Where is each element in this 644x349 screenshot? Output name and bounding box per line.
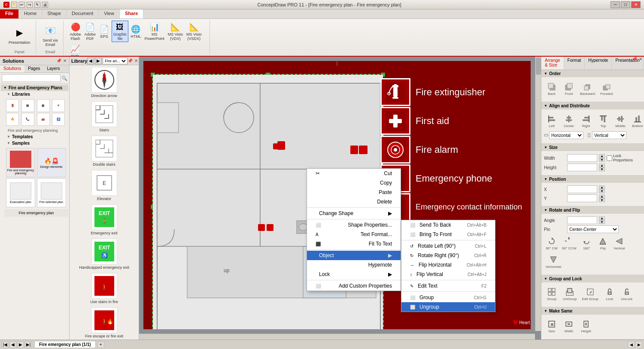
forward-button[interactable]: Forward [598, 80, 614, 97]
lib-sym-emergency-exit[interactable]: EXIT 🚶 Emergency exit [71, 204, 137, 235]
page-next-button[interactable]: ▶ [17, 341, 24, 348]
tab-share[interactable]: Share [120, 9, 144, 18]
page-tab-1[interactable]: Fire emergency plan (1/1) [34, 341, 96, 348]
ms-visio-vsdx-button[interactable]: 📐 MS Visio(VSDX) [185, 21, 203, 42]
angle-spinner[interactable]: ▲ ▼ [599, 216, 605, 224]
lib-item-8[interactable]: ♿ [52, 113, 65, 126]
ctx-text-format[interactable]: A Text Format... [307, 230, 401, 239]
library-back-button[interactable]: ◀ [87, 58, 94, 64]
lib-item-7[interactable]: 🚒 [37, 113, 50, 126]
tab-layers[interactable]: Layers [44, 65, 64, 73]
samples-header[interactable]: Samples [4, 140, 68, 146]
canvas-area[interactable]: | [139, 57, 541, 340]
rotate-90cw-button[interactable]: 90° CW [544, 234, 559, 252]
tab-shape[interactable]: Shape [42, 9, 67, 18]
sub-edit-text[interactable]: ✎ Edit Text F2 [401, 281, 495, 291]
edit-group-button[interactable]: Edit Group [580, 285, 600, 303]
y-input[interactable]: 72.2 mm [567, 194, 597, 202]
tab-solutions[interactable]: Solutions [0, 65, 24, 73]
group-button[interactable]: Group [544, 285, 559, 303]
align-bottom-button[interactable]: Bottom [630, 112, 644, 130]
sample-3[interactable]: Evacuation plan [6, 178, 35, 207]
graphic-file-button[interactable]: 🖼 Graphicfile [112, 21, 129, 42]
sample-1[interactable]: Fire and emergency planning [6, 148, 35, 177]
width-up[interactable]: ▲ [599, 154, 605, 158]
lock-button[interactable]: Lock [602, 285, 617, 303]
maximize-button[interactable]: □ [621, 1, 630, 8]
canvas-horizontal-scrollbar[interactable] [139, 334, 535, 340]
lib-item-3[interactable]: ▦ [37, 99, 50, 112]
height-input[interactable]: 123.4 mm [567, 164, 597, 171]
page-prev-button[interactable]: ◀ [9, 341, 16, 348]
y-spinner[interactable]: ▲ ▼ [599, 194, 605, 202]
close-button[interactable]: ✕ [631, 1, 641, 8]
make-same-size-button[interactable]: Size [544, 317, 559, 335]
lib-sym-handicapped-exit[interactable]: EXIT ♿ Handicapped emergency exit [71, 239, 137, 270]
sub-ungroup[interactable]: ⬜ Ungroup Ctrl+U [401, 302, 495, 312]
align-header[interactable]: Align and Distribute [541, 102, 644, 109]
unlock-button[interactable]: UnLock [619, 285, 635, 303]
ctx-add-custom-properties[interactable]: ⬜ Add Custom Properties [307, 281, 401, 291]
ms-ppt-button[interactable]: 📊 MSPowerPoint [143, 21, 166, 42]
group-lock-header[interactable]: Group and Lock [541, 275, 644, 282]
arrange-pin[interactable]: 📌 [632, 57, 637, 61]
ctx-object[interactable]: Object ▶ [307, 251, 401, 260]
adobe-pdf-button[interactable]: 📄 AdobePDF [83, 21, 97, 42]
page-zoom-out[interactable]: ◀ [628, 341, 635, 348]
tab-document[interactable]: Document [67, 9, 99, 18]
ungroup-button[interactable]: UnGroup [561, 285, 578, 303]
y-down[interactable]: ▼ [599, 198, 605, 202]
sub-group[interactable]: ⬜ Group Ctrl+G [401, 293, 495, 302]
lib-item-2[interactable]: ▦ [21, 99, 34, 112]
tab-home[interactable]: Home [19, 9, 42, 18]
align-center-button[interactable]: Center [561, 112, 577, 130]
tab-file[interactable]: File [0, 9, 19, 18]
lock-proportions-checkbox[interactable] [607, 155, 612, 161]
arrange-tab-format[interactable]: Format [564, 57, 585, 70]
library-close[interactable]: ✕ [134, 58, 138, 63]
size-header[interactable]: Size [541, 144, 644, 151]
back-button[interactable]: Back [544, 80, 559, 97]
ctx-copy[interactable]: Copy [307, 178, 401, 188]
library-forward-button[interactable]: ▶ [95, 58, 102, 64]
arrange-tab-arrange[interactable]: Arrange & Size [541, 57, 564, 70]
ctx-lock[interactable]: Lock ▶ [307, 270, 401, 279]
libraries-header[interactable]: Libraries [4, 91, 68, 97]
arrange-tab-hypernote[interactable]: Hypernote [585, 57, 612, 70]
ctx-paste[interactable]: Paste [307, 188, 401, 197]
html-button[interactable]: 🌐 HTML [129, 23, 143, 39]
make-same-header[interactable]: Make Same [541, 307, 644, 315]
align-middle-button[interactable]: Middle [613, 112, 628, 130]
lib-item-5[interactable]: 🔥 [6, 113, 19, 126]
position-header[interactable]: Position [541, 176, 644, 183]
canvas-vertical-scrollbar[interactable] [535, 57, 541, 331]
templates-header[interactable]: Templates [4, 134, 68, 140]
page-zoom-in[interactable]: ▶ [635, 341, 642, 348]
backward-button[interactable]: Backward [578, 80, 597, 97]
vertical-dist-select[interactable]: Vertical [592, 131, 626, 139]
adobe-flash-button[interactable]: 🔴 AdobeFlash [69, 21, 82, 42]
flip-horizontal-button[interactable]: Horizontal [544, 253, 563, 270]
sub-bring-to-front[interactable]: ⬜ Bring To Front Ctrl+Alt+F [401, 230, 495, 239]
tab-view[interactable]: View [99, 9, 120, 18]
rotate-header[interactable]: Rotate and Flip [541, 206, 644, 214]
align-left-button[interactable]: Left [544, 112, 559, 130]
x-down[interactable]: ▼ [599, 189, 605, 193]
sub-rotate-right[interactable]: ↻ Rotate Right (90°) Ctrl+R [401, 251, 495, 260]
order-header[interactable]: Order [541, 70, 644, 77]
y-up[interactable]: ▲ [599, 194, 605, 198]
align-right-button[interactable]: Right [578, 112, 594, 130]
ctx-cut[interactable]: ✂ Cut [307, 169, 401, 178]
height-spinner[interactable]: ▲ ▼ [599, 164, 605, 171]
lib-item-1[interactable]: 🚪 [6, 99, 19, 112]
eps-button[interactable]: 📄 EPS [98, 23, 111, 39]
ctx-fit-to-text[interactable]: ⬛ Fit To Text [307, 239, 401, 249]
ctx-delete[interactable]: Delete [307, 197, 401, 206]
lib-sym-stairs[interactable]: Stairs [71, 101, 137, 132]
lib-item-6[interactable]: 📞 [21, 113, 34, 126]
lib-sym-double-stairs[interactable]: Double stairs [71, 136, 137, 167]
fire-emergency-header[interactable]: Fire and Emergency Plans [1, 85, 68, 91]
sub-flip-vertical[interactable]: ↕ Flip Vertical Ctrl+Alt+J [401, 270, 495, 279]
lib-sym-direction-arrow[interactable]: N Direction arrow [71, 67, 137, 98]
presentation-button[interactable]: ▶ Presentation [7, 25, 32, 46]
